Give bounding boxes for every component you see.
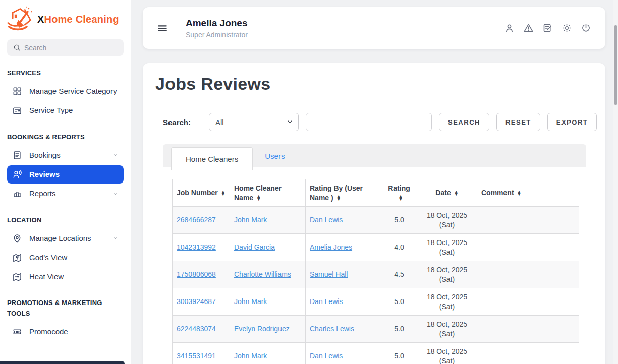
power-icon[interactable] — [581, 23, 591, 33]
bar-chart-icon — [12, 189, 22, 199]
cell-cleaner-name-link: Charlotte Williams — [230, 261, 306, 288]
cell-job-number-link: 2684666287 — [173, 207, 230, 234]
column-label: Comment — [481, 189, 514, 197]
sidebar-item-bookings[interactable]: Bookings — [7, 146, 124, 164]
rating-by-link[interactable]: Samuel Hall — [310, 270, 348, 278]
cell-date-value: 18 Oct, 2025(Sat) — [417, 261, 477, 288]
cell-rating-value: 5.0 — [381, 288, 417, 316]
job-number-link[interactable]: 1042313992 — [177, 243, 216, 251]
title-divider — [155, 103, 593, 103]
column-header-rating-by-user-name-[interactable]: Rating By (User Name )▲▼ — [306, 179, 381, 207]
chevron-down-icon — [112, 191, 119, 197]
cell-comment-value — [477, 207, 579, 234]
cell-rating-value: 4.5 — [381, 261, 417, 288]
grid-icon — [12, 86, 22, 96]
job-number-link[interactable]: 3003924687 — [177, 297, 216, 306]
sidebar-search-input[interactable] — [7, 39, 124, 56]
map-icon — [12, 272, 22, 282]
search-input[interactable] — [306, 113, 432, 131]
column-header-comment[interactable]: Comment▲▼ — [477, 179, 579, 207]
job-number-link[interactable]: 2684666287 — [177, 216, 216, 224]
brand-logo-icon — [6, 6, 34, 32]
sort-icon[interactable]: ▲▼ — [454, 191, 459, 196]
sidebar-item-service-type[interactable]: Service Type — [7, 101, 124, 119]
column-header-home-cleaner-name[interactable]: Home Cleaner Name▲▼ — [230, 179, 306, 207]
cleaner-name-link[interactable]: John Mark — [234, 216, 267, 224]
form-icon[interactable] — [542, 23, 553, 33]
job-number-link[interactable]: 6224483074 — [177, 325, 216, 333]
sort-icon[interactable]: ▲▼ — [336, 195, 341, 201]
cleaner-name-link[interactable]: John Mark — [234, 352, 267, 360]
sort-icon[interactable]: ▲▼ — [399, 195, 403, 201]
tab-users[interactable]: Users — [253, 144, 297, 167]
export-button[interactable]: EXPORT — [547, 113, 597, 131]
table-row: 3415531491John MarkDan Lewis5.018 Oct, 2… — [173, 343, 579, 364]
gear-icon[interactable] — [561, 23, 572, 33]
sidebar-item-label: God's View — [29, 253, 67, 263]
section-title: LOCATION — [7, 215, 124, 225]
rating-by-link[interactable]: Charles Lewis — [310, 325, 354, 333]
cell-job-number-link: 3003924687 — [173, 288, 230, 316]
content-card: Jobs Reviews Search: All SEARCH RESET EX… — [143, 63, 605, 364]
date-value: 18 Oct, 2025(Sat) — [427, 265, 467, 284]
sidebar-item-heat-view[interactable]: Heat View — [7, 268, 124, 286]
cell-cleaner-name-link: Evelyn Rodriguez — [230, 316, 306, 343]
sidebar-item-god-s-view[interactable]: God's View — [7, 249, 124, 267]
sort-icon[interactable]: ▲▼ — [517, 191, 522, 196]
cell-date-value: 18 Oct, 2025(Sat) — [417, 288, 477, 316]
page-scrollbar-thumb[interactable] — [614, 25, 617, 105]
rating-by-link[interactable]: Dan Lewis — [310, 352, 343, 360]
document-icon — [12, 150, 22, 160]
cell-job-number-link: 6224483074 — [173, 316, 230, 343]
cell-rating-by-link: Amelia Jones — [306, 234, 381, 261]
tab-home-cleaners[interactable]: Home Cleaners — [171, 147, 253, 170]
person-icon[interactable] — [504, 23, 515, 33]
date-value: 18 Oct, 2025(Sat) — [427, 238, 467, 257]
warning-icon[interactable] — [523, 23, 534, 33]
rating-by-link[interactable]: Dan Lewis — [310, 216, 343, 224]
search-label: Search: — [163, 118, 191, 127]
sidebar-item-label: Bookings — [29, 150, 61, 160]
topbar: Amelia Jones Super Administrator — [143, 7, 605, 49]
cleaner-name-link[interactable]: David Garcia — [234, 243, 275, 251]
cleaner-name-link[interactable]: Evelyn Rodriguez — [234, 325, 290, 333]
job-number-link[interactable]: 1750806068 — [177, 270, 216, 278]
job-number-link[interactable]: 3415531491 — [177, 352, 216, 360]
sidebar-item-manage-service-category[interactable]: Manage Service Category — [7, 82, 124, 100]
sidebar-item-label: Service Type — [29, 105, 73, 115]
sidebar-item-promocode[interactable]: Promocode — [7, 323, 124, 341]
cleaner-name-link[interactable]: John Mark — [234, 297, 267, 306]
page-scrollbar[interactable] — [613, 0, 618, 364]
sort-icon[interactable]: ▲▼ — [221, 191, 226, 196]
column-header-rating[interactable]: Rating▲▼ — [381, 179, 417, 207]
sidebar-item-reports[interactable]: Reports — [7, 185, 124, 203]
rating-by-link[interactable]: Amelia Jones — [310, 243, 352, 251]
reset-button[interactable]: RESET — [496, 113, 540, 131]
section-title: BOOKINGS & REPORTS — [7, 132, 124, 142]
rating-by-link[interactable]: Dan Lewis — [310, 297, 343, 306]
column-header-date[interactable]: Date▲▼ — [417, 179, 477, 207]
sidebar-next-item-peek — [0, 361, 125, 364]
card-icon — [12, 106, 22, 116]
table-row: 3003924687John MarkDan Lewis5.018 Oct, 2… — [173, 288, 579, 316]
sidebar-item-reviews[interactable]: Reviews — [7, 165, 124, 184]
sidebar-item-manage-locations[interactable]: Manage Locations — [7, 229, 124, 248]
table-row: 1750806068Charlotte WilliamsSamuel Hall4… — [173, 261, 579, 288]
cell-comment-value — [477, 288, 579, 316]
sidebar: XHome Cleaning SERVICESManage Service Ca… — [0, 0, 131, 364]
sort-icon[interactable]: ▲▼ — [256, 195, 261, 201]
search-button[interactable]: SEARCH — [439, 113, 489, 131]
cell-comment-value — [477, 343, 579, 364]
brand-logo: XHome Cleaning — [0, 0, 131, 35]
hamburger-menu-icon[interactable] — [157, 23, 168, 34]
section-title: PROMOTIONS & MARKETING TOOLS — [7, 298, 124, 318]
filter-select[interactable]: All — [209, 113, 299, 131]
column-header-job-number[interactable]: Job Number▲▼ — [173, 179, 230, 207]
cell-job-number-link: 3415531491 — [173, 343, 230, 364]
cell-date-value: 18 Oct, 2025(Sat) — [417, 207, 477, 234]
cell-rating-value: 5.0 — [381, 316, 417, 343]
cleaner-name-link[interactable]: Charlotte Williams — [234, 270, 291, 278]
search-row: Search: All SEARCH RESET EXPORT — [163, 113, 605, 131]
cell-date-value: 18 Oct, 2025(Sat) — [417, 234, 477, 261]
cell-date-value: 18 Oct, 2025(Sat) — [417, 343, 477, 364]
